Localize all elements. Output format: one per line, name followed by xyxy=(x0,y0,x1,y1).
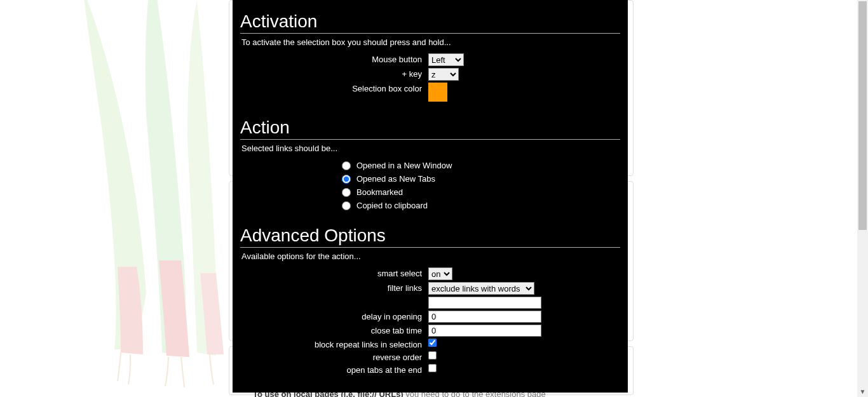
label-filter-words xyxy=(240,297,428,298)
select-key[interactable]: z xyxy=(428,68,459,81)
radio-clipboard[interactable] xyxy=(342,201,351,210)
checkbox-open-end[interactable] xyxy=(428,364,437,372)
select-smart-select[interactable]: on xyxy=(428,267,452,280)
label-close-time: close tab time xyxy=(240,325,428,335)
radio-row-new-tabs[interactable]: Opened as New Tabs xyxy=(342,173,620,185)
radio-row-clipboard[interactable]: Copied to clipboard xyxy=(342,199,620,212)
section-title-activation: Activation xyxy=(240,11,620,34)
label-key: + key xyxy=(240,68,428,79)
select-mouse-button[interactable]: Left xyxy=(428,53,464,66)
options-dialog: Activation To activate the selection box… xyxy=(233,0,628,393)
radio-label-clipboard: Copied to clipboard xyxy=(356,201,428,210)
radio-label-new-window: Opened in a New Window xyxy=(356,161,452,170)
section-title-advanced: Advanced Options xyxy=(240,225,620,248)
label-selection-color: Selection box color xyxy=(240,83,428,93)
section-sub-activation: To activate the selection box you should… xyxy=(241,37,620,47)
radio-label-new-tabs: Opened as New Tabs xyxy=(356,174,435,184)
checkbox-reverse-order[interactable] xyxy=(428,351,437,360)
input-delay[interactable] xyxy=(428,311,541,323)
radio-row-bookmarked[interactable]: Bookmarked xyxy=(342,186,620,198)
scrollbar-thumb[interactable] xyxy=(858,1,867,230)
input-close-time[interactable] xyxy=(428,325,541,337)
radio-new-tabs[interactable] xyxy=(342,175,351,184)
action-radio-group: Opened in a New Window Opened as New Tab… xyxy=(342,159,620,212)
label-delay: delay in opening xyxy=(240,311,428,321)
label-filter-links: filter links xyxy=(240,282,428,293)
page-scrollbar[interactable]: ▲ ▼ xyxy=(857,0,868,397)
label-reverse-order: reverse order xyxy=(240,351,428,362)
radio-row-new-window[interactable]: Opened in a New Window xyxy=(342,159,620,172)
section-title-action: Action xyxy=(240,118,620,140)
checkbox-block-repeat[interactable] xyxy=(428,339,437,347)
selection-color-swatch[interactable] xyxy=(428,83,447,102)
label-mouse-button: Mouse button xyxy=(240,53,428,64)
radio-bookmarked[interactable] xyxy=(342,188,351,197)
input-filter-words[interactable] xyxy=(428,297,541,309)
label-block-repeat: block repeat links in selection xyxy=(240,339,428,349)
radio-label-bookmarked: Bookmarked xyxy=(356,187,403,197)
section-sub-advanced: Available options for the action... xyxy=(241,252,620,261)
scrollbar-down-arrow[interactable]: ▼ xyxy=(857,386,868,397)
radio-new-window[interactable] xyxy=(342,161,351,170)
section-sub-action: Selected links should be... xyxy=(241,144,620,153)
select-filter-links[interactable]: exclude links with words xyxy=(428,282,534,295)
label-smart-select: smart select xyxy=(240,267,428,278)
label-open-end: open tabs at the end xyxy=(240,364,428,375)
